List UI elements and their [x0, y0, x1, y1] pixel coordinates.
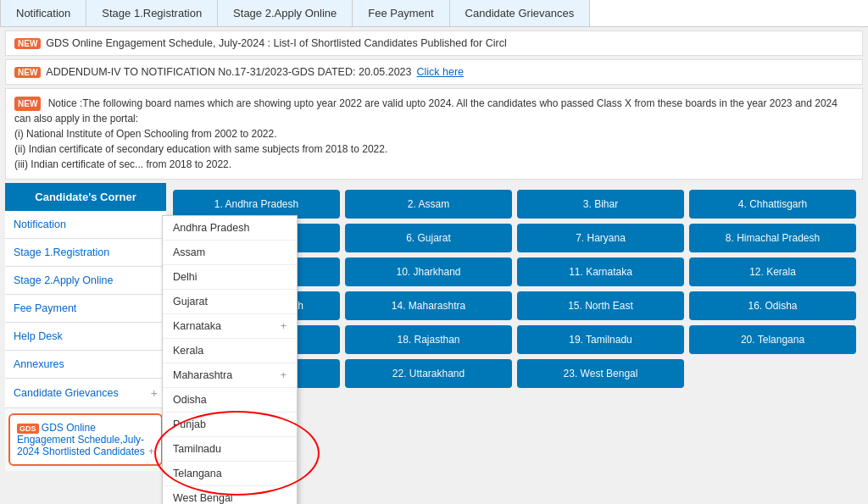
sidebar-helpdesk[interactable]: Help Desk [5, 323, 166, 351]
dropdown-item-odisha[interactable]: Odisha [163, 388, 297, 413]
state-btn-15--north-east[interactable]: 15. North East [517, 291, 684, 320]
click-here-link[interactable]: Click here [417, 66, 465, 78]
nav-fee[interactable]: Fee Payment [353, 0, 449, 26]
sidebar: Candidate's Corner Notification Stage 1.… [5, 183, 166, 471]
announcement-1-text: GDS Online Engagement Schedule, July-202… [46, 37, 506, 49]
state-btn-1--andhra-pradesh[interactable]: 1. Andhra Pradesh [173, 190, 340, 219]
state-btn-16--odisha[interactable]: 16. Odisha [689, 291, 856, 320]
nav-stage2[interactable]: Stage 2.Apply Online [218, 0, 353, 26]
state-btn-8--himachal-pradesh[interactable]: 8. Himachal Pradesh [689, 224, 856, 252]
state-btn-4--chhattisgarh[interactable]: 4. Chhattisgarh [689, 190, 856, 219]
state-btn-12--kerala[interactable]: 12. Kerala [689, 258, 856, 286]
nav-notification[interactable]: Notification [0, 0, 86, 26]
sidebar-notification[interactable]: Notification [5, 211, 166, 239]
state-btn-2--assam[interactable]: 2. Assam [345, 190, 512, 219]
new-badge-2: NEW [14, 67, 41, 78]
sidebar-highlight-gds[interactable]: GDS GDS Online Engagement Schedule,July-… [8, 413, 163, 466]
notice-text4: (iii) Indian certificate of sec... from … [14, 158, 231, 170]
state-btn-22--uttarakhand[interactable]: 22. Uttarakhand [345, 359, 512, 388]
notice-badge: NEW [14, 97, 41, 111]
state-btn-14--maharashtra[interactable]: 14. Maharashtra [345, 291, 512, 320]
dropdown-item-tamilnadu[interactable]: Tamilnadu [163, 437, 297, 462]
dropdown-item-telangana[interactable]: Telangana [163, 462, 297, 486]
grievances-plus: + [151, 386, 158, 400]
dropdown-item-maharashtra[interactable]: Maharashtra+ [163, 363, 297, 388]
highlight-plus: + [148, 446, 154, 457]
dropdown-item-karnataka[interactable]: Karnataka+ [163, 314, 297, 339]
notice-text1: Notice :The following board names which … [14, 97, 837, 125]
dropdown-item-kerala[interactable]: Kerala [163, 339, 297, 363]
page-wrapper: Notification Stage 1.Registration Stage … [0, 0, 868, 504]
state-btn-10--jharkhand[interactable]: 10. Jharkhand [345, 258, 512, 286]
sidebar-annexures[interactable]: Annexures [5, 351, 166, 379]
dropdown-item-gujarat[interactable]: Gujarat [163, 290, 297, 314]
nav-grievances[interactable]: Candidate Grievances [450, 0, 591, 26]
notice-box: NEW Notice :The following board names wh… [5, 88, 863, 180]
sidebar-stage2[interactable]: Stage 2.Apply Online [5, 267, 166, 295]
top-navigation: Notification Stage 1.Registration Stage … [0, 0, 868, 27]
state-btn-20--telangana[interactable]: 20. Telangana [689, 325, 856, 354]
dropdown-item-andhra-pradesh[interactable]: Andhra Pradesh [163, 216, 297, 241]
sidebar-fee[interactable]: Fee Payment [5, 295, 166, 323]
new-badge-1: NEW [14, 38, 41, 49]
state-btn-18--rajasthan[interactable]: 18. Rajasthan [345, 325, 512, 354]
notice-text3: (ii) Indian certificate of secondary edu… [14, 143, 387, 155]
announcement-2-text: ADDENDUM-IV TO NOTIFICATION No.17-31/202… [46, 66, 411, 78]
state-btn-23--west-bengal[interactable]: 23. West Bengal [517, 359, 684, 388]
sidebar-grievances[interactable]: Candidate Grievances + [5, 379, 166, 408]
state-btn-19--tamilnadu[interactable]: 19. Tamilnadu [517, 325, 684, 354]
announcement-2: NEW ADDENDUM-IV TO NOTIFICATION No.17-31… [5, 59, 863, 85]
announcement-1: NEW GDS Online Engagement Schedule, July… [5, 30, 863, 56]
dropdown-item-assam[interactable]: Assam [163, 241, 297, 265]
dropdown-menu: Andhra PradeshAssamDelhiGujaratKarnataka… [162, 215, 298, 504]
sidebar-stage1[interactable]: Stage 1.Registration [5, 239, 166, 267]
state-btn-7--haryana[interactable]: 7. Haryana [517, 224, 684, 252]
state-btn-3--bihar[interactable]: 3. Bihar [517, 190, 684, 219]
sidebar-header: Candidate's Corner [5, 183, 166, 211]
nav-stage1[interactable]: Stage 1.Registration [86, 0, 218, 26]
dropdown-item-west-bengal[interactable]: West Bengal [163, 486, 297, 504]
dropdown-item-punjab[interactable]: Punjab [163, 413, 297, 437]
state-btn-11--karnataka[interactable]: 11. Karnataka [517, 258, 684, 286]
main-area: Candidate's Corner Notification Stage 1.… [5, 183, 863, 471]
dropdown-item-delhi[interactable]: Delhi [163, 265, 297, 290]
gds-badge: GDS [17, 424, 39, 434]
state-btn-6--gujarat[interactable]: 6. Gujarat [345, 224, 512, 252]
notice-text2: (i) National Institute of Open Schooling… [14, 128, 277, 140]
